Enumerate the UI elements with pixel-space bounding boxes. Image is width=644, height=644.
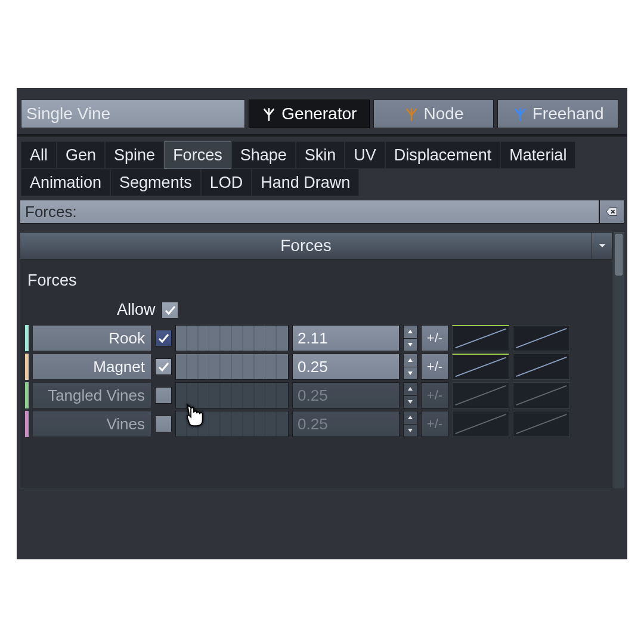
force-spinner-rook[interactable] [403, 325, 417, 351]
triangle-up-icon [407, 358, 413, 363]
group-menu-button[interactable] [592, 233, 612, 259]
force-variance-button-tangled-vines[interactable]: +/- [421, 382, 448, 408]
force-row: Magnet 0.25 +/- [25, 354, 607, 380]
force-spinner-vines[interactable] [403, 411, 417, 437]
clear-filter-button[interactable] [599, 200, 624, 224]
vertical-scrollbar[interactable] [614, 232, 624, 488]
force-value-input-rook[interactable]: 2.11 [292, 325, 400, 351]
mode-tab-freehand[interactable]: Freehand [497, 100, 618, 128]
svg-line-5 [516, 386, 567, 405]
force-color-pip [25, 354, 29, 380]
category-tab-gen[interactable]: Gen [57, 141, 105, 169]
spinner-up[interactable] [404, 411, 417, 425]
force-row: Rook 2.11 +/- [25, 325, 607, 351]
force-color-pip [25, 325, 29, 351]
force-variance-button-vines[interactable]: +/- [421, 411, 448, 437]
force-value-input-tangled-vines[interactable]: 0.25 [292, 382, 400, 408]
group-body: Forces Allow Rook 2.11 +/- [20, 259, 612, 488]
svg-line-3 [516, 357, 567, 376]
svg-line-4 [456, 386, 506, 405]
force-curve-profile-tangled-vines[interactable] [452, 382, 509, 408]
force-value-input-vines[interactable]: 0.25 [292, 411, 400, 437]
mode-label: Freehand [532, 104, 604, 123]
main-area: Forces Forces Allow Rook 2.11 [20, 232, 624, 488]
force-slider-rook[interactable] [175, 325, 289, 351]
spinner-down[interactable] [404, 339, 417, 351]
generator-name-input[interactable] [21, 100, 245, 128]
main-column: Forces Forces Allow Rook 2.11 [20, 232, 612, 488]
force-label[interactable]: Tangled Vines [32, 382, 151, 408]
mode-tab-node[interactable]: Node [373, 100, 494, 128]
force-enable-checkbox-vines[interactable] [155, 416, 172, 432]
force-label[interactable]: Rook [32, 325, 151, 351]
spinner-up[interactable] [404, 326, 417, 339]
force-curve-parent-tangled-vines[interactable] [513, 382, 570, 408]
triangle-down-icon [407, 342, 413, 347]
check-icon [157, 332, 169, 344]
triangle-up-icon [407, 329, 413, 334]
force-curve-profile-magnet[interactable] [452, 354, 509, 380]
category-tab-spine[interactable]: Spine [105, 141, 164, 169]
category-tab-uv[interactable]: UV [345, 141, 385, 169]
triangle-up-icon [407, 386, 413, 391]
tree-icon [404, 106, 419, 122]
allow-checkbox[interactable] [162, 302, 178, 318]
force-enable-checkbox-rook[interactable] [155, 330, 172, 346]
group-header[interactable]: Forces [20, 232, 612, 259]
filter-row: Forces: [20, 200, 624, 224]
backspace-x-icon [605, 205, 618, 218]
group-title: Forces [20, 233, 592, 259]
properties-panel: Generator Node Freehand AllGenSpineForce… [17, 88, 627, 559]
force-curve-parent-magnet[interactable] [513, 354, 570, 380]
allow-row: Allow [25, 301, 607, 319]
force-color-pip [25, 382, 29, 408]
force-row: Vines 0.25 +/- [25, 411, 607, 437]
force-curve-profile-vines[interactable] [452, 411, 509, 437]
force-variance-button-magnet[interactable]: +/- [421, 354, 448, 380]
force-curve-parent-vines[interactable] [513, 411, 570, 437]
force-row: Tangled Vines 0.25 +/- [25, 382, 607, 408]
force-slider-tangled-vines[interactable] [175, 382, 289, 408]
force-spinner-magnet[interactable] [403, 354, 417, 380]
force-enable-checkbox-magnet[interactable] [155, 358, 172, 375]
category-tab-displacement[interactable]: Displacement [385, 141, 501, 169]
force-curve-parent-rook[interactable] [513, 325, 570, 351]
filter-input[interactable]: Forces: [20, 200, 599, 224]
tree-icon [512, 106, 528, 122]
force-value-input-magnet[interactable]: 0.25 [292, 354, 400, 380]
category-tab-forces[interactable]: Forces [164, 141, 231, 169]
category-tab-skin[interactable]: Skin [296, 141, 345, 169]
force-enable-checkbox-tangled-vines[interactable] [155, 387, 172, 404]
triangle-up-icon [407, 415, 413, 420]
allow-label: Allow [117, 301, 156, 319]
spinner-down[interactable] [404, 396, 417, 408]
tree-icon [261, 106, 277, 122]
category-tabs: AllGenSpineForcesShapeSkinUVDisplacement… [17, 137, 627, 196]
mode-label: Generator [281, 104, 357, 123]
category-tab-lod[interactable]: LOD [201, 169, 252, 196]
category-tab-shape[interactable]: Shape [231, 141, 296, 169]
force-slider-vines[interactable] [175, 411, 289, 437]
spinner-down[interactable] [404, 425, 417, 437]
force-spinner-tangled-vines[interactable] [403, 382, 417, 408]
spinner-up[interactable] [404, 354, 417, 367]
category-tab-animation[interactable]: Animation [21, 169, 110, 196]
spinner-up[interactable] [404, 383, 417, 396]
force-label[interactable]: Magnet [32, 354, 151, 380]
category-tab-all[interactable]: All [21, 141, 57, 169]
force-curve-profile-rook[interactable] [452, 325, 509, 351]
mode-tab-generator[interactable]: Generator [249, 100, 370, 128]
check-icon [157, 361, 169, 373]
scroll-thumb[interactable] [615, 234, 623, 275]
svg-line-0 [456, 329, 506, 348]
category-tab-segments[interactable]: Segments [110, 169, 201, 196]
group-subtitle: Forces [27, 271, 607, 290]
category-tab-material[interactable]: Material [500, 141, 575, 169]
force-label[interactable]: Vines [32, 411, 151, 437]
chevron-down-icon [598, 242, 606, 250]
category-tab-hand-drawn[interactable]: Hand Drawn [252, 169, 359, 196]
spinner-down[interactable] [404, 367, 417, 380]
force-slider-magnet[interactable] [175, 354, 289, 380]
triangle-down-icon [407, 400, 413, 404]
force-variance-button-rook[interactable]: +/- [421, 325, 448, 351]
